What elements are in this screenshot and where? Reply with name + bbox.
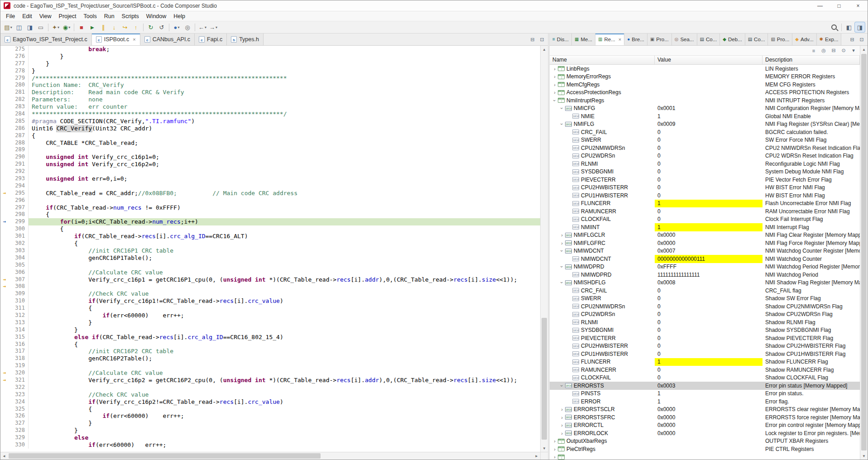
register-row[interactable]: 1010CPU2HWBISTERR0Shadow CPU2HWBISTERR F… [550,342,860,350]
line-number[interactable]: 297 [9,204,29,211]
line-number[interactable]: 320 [9,369,29,377]
register-row[interactable]: 1010CRC_FAIL0BGCRC calculation failed. [550,128,860,136]
register-row[interactable]: ›LinbRegsLIN Registers [550,65,860,73]
line-number[interactable]: 319 [9,362,29,369]
code-line[interactable]: 319 [0,362,540,369]
register-row[interactable]: ›NmiIntruptRegsNMI INTRUPT Registers [550,96,860,105]
tree-chevron-icon[interactable]: › [559,105,565,111]
register-row[interactable]: › [550,453,860,460]
register-row[interactable]: 1010PINSTS1Error pin status. [550,390,860,398]
code-line[interactable]: 326 if(err<60000) err++; [0,412,540,420]
code-line[interactable]: 329 else [0,434,540,441]
line-number[interactable]: 303 [9,247,29,254]
code-line[interactable]: 298 { [0,211,540,218]
column-header-description[interactable]: Description [762,56,860,64]
code-line[interactable]: 328 } [0,427,540,434]
tree-chevron-icon[interactable]: › [551,454,558,460]
code-line[interactable]: 279/************************************… [0,75,540,82]
close-icon[interactable]: × [133,37,135,42]
register-row[interactable]: 1010NMIINT1NMI Interrupt Flag [550,223,860,231]
register-row[interactable]: 1010SWERR0SW Error Force NMI Flag [550,136,860,144]
code-line[interactable]: 327 } [0,420,540,427]
editor-hscrollbar[interactable]: ◄ ► [0,452,548,460]
view-menu-button[interactable]: ▾ [849,47,858,55]
tree-chevron-icon[interactable]: › [559,279,565,286]
menu-tools[interactable]: Tools [80,12,100,20]
view-tab-registers[interactable]: ▥Re...× [595,34,624,45]
line-number[interactable]: 282 [9,96,29,103]
code-line[interactable]: 296 [0,197,540,204]
code-line[interactable]: 281Description: Read main code CRC & Ver… [0,89,540,96]
line-number[interactable]: 280 [9,81,29,89]
tree-chevron-icon[interactable]: › [551,438,558,444]
line-number[interactable]: 290 [9,153,29,161]
register-row[interactable]: 1010FLUNCERR1Flash Uncorrectable Error N… [550,200,860,208]
register-row[interactable]: 1010RLNMI0Shadow RLNMI Flag [550,318,860,326]
view-tab-progress[interactable]: ▣Pro... [647,34,672,45]
register-row[interactable]: 1010CPU2NMIWDRSn0CPU2 NMIWDRSn Reset Ind… [550,144,860,152]
code-line[interactable]: 290 unsigned int Verify_crc_c16p1=0; [0,153,540,161]
code-line[interactable]: 286Uint16 CRC_Verify(Uint32 CRC_addr) [0,125,540,132]
register-row[interactable]: 1010CLOCKFAIL0Clock Fail Interrupt Flag [550,216,860,224]
code-line[interactable]: 323 //Check CRC value [0,391,540,398]
step-over-button[interactable]: ↪ [120,22,130,32]
perspective-edit-button[interactable]: ◧ [844,22,854,32]
code-line[interactable]: 330 if(err<60000) err++; [0,441,540,449]
line-number[interactable]: 275 [9,46,29,53]
line-number[interactable]: 328 [9,427,29,434]
register-row[interactable]: ›PieCtrlRegsPIE CTRL Registers [550,445,860,453]
code-line[interactable]: 316 { [0,341,540,348]
menu-help[interactable]: Help [170,12,189,20]
refresh-button[interactable]: ↺ [157,22,167,32]
tree-chevron-icon[interactable]: › [559,240,565,246]
toggle-breakpoint-button[interactable]: ●▾ [172,22,182,32]
menu-view[interactable]: View [36,12,55,20]
number-format-button[interactable]: ≡ [809,47,818,55]
code-line[interactable]: 318 genCRC16P2Table(); [0,355,540,362]
register-row[interactable]: ›1010ERRORSTSFRC0x0000ERRORSTS force reg… [550,413,860,422]
code-line[interactable]: 292 [0,168,540,175]
code-line[interactable]: 289 [0,146,540,153]
tree-chevron-icon[interactable]: › [559,422,565,428]
line-number[interactable]: 311 [9,305,29,312]
column-header-name[interactable]: Name [550,56,655,64]
line-number[interactable]: 291 [9,161,29,168]
scroll-up-icon[interactable]: ▲ [860,46,868,53]
line-number[interactable]: 279 [9,75,29,82]
register-row[interactable]: 1010CPU1HWBISTERR0HW BIST Error NMI Flag [550,192,860,200]
register-row[interactable]: ›1010NMICFG0x0001NMI Configuration Regis… [550,105,860,113]
line-number[interactable]: 322 [9,384,29,391]
line-number[interactable]: 313 [9,319,29,326]
register-row[interactable]: 1010RLNMI0Reconfigurable Logic NMI Flag [550,160,860,168]
code-line[interactable]: 313 } [0,319,540,326]
line-number[interactable]: 277 [9,60,29,67]
register-row[interactable]: 1010NMIE1Global NMI Enable [550,112,860,120]
line-number[interactable]: 278 [9,67,29,75]
register-row[interactable]: 1010CPU1HWBISTERR0Shadow CPU1HWBISTERR F… [550,350,860,358]
tree-chevron-icon[interactable]: › [552,97,557,104]
line-number[interactable]: 323 [9,391,29,398]
code-line[interactable]: 288 CRC_TABLE *CRC_Table_read; [0,139,540,147]
line-number[interactable]: 285 [9,118,29,125]
register-row[interactable]: 1010RAMUNCERR0Shadow RAMUNCERR Flag [550,366,860,374]
code-line[interactable]: 303 //init CRC16P1 CRC table [0,247,540,254]
terminate-button[interactable]: ■ [77,22,86,32]
editor-hscroll-thumb[interactable] [9,453,321,459]
view-tab-expressions[interactable]: ✱Exp... [817,34,842,45]
view-tab-search[interactable]: ◎Sea... [672,34,697,45]
register-row[interactable]: 1010NMIWDPRD1111111111111111NMI Watchdog… [550,271,860,279]
debug-button[interactable]: ◉▾ [62,22,72,32]
new-file-button[interactable]: ▤▾ [3,22,13,32]
code-line[interactable]: →321 Verify_crc_c16p2 = getCRC16P2_cpu(0… [0,377,540,384]
code-line[interactable]: 322 [0,384,540,391]
tree-chevron-icon[interactable]: › [559,121,565,127]
code-line[interactable]: 277 } [0,60,540,67]
code-line[interactable]: 304 genCRC16P1Table(); [0,254,540,262]
tree-chevron-icon[interactable]: › [551,446,558,452]
tree-chevron-icon[interactable]: › [559,264,565,270]
scroll-down-icon[interactable]: ▼ [860,452,868,460]
code-line[interactable]: 314 } [0,326,540,334]
code-line[interactable]: 302 { [0,240,540,247]
menu-file[interactable]: File [2,12,19,20]
code-line[interactable]: 309 //Check CRC value [0,290,540,297]
